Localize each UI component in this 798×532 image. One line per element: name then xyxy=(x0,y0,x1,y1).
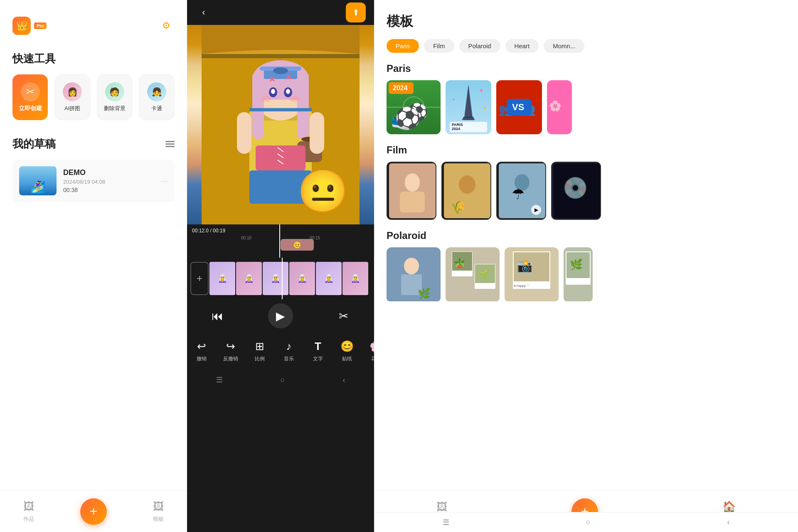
add-clip-button[interactable]: + xyxy=(190,262,209,295)
playhead-filmstrip xyxy=(282,258,283,299)
svg-point-19 xyxy=(290,96,300,102)
film-card-3[interactable]: ☂ ▶ xyxy=(496,162,546,220)
tab-paris[interactable]: Paris xyxy=(387,39,419,53)
tab-polaroid[interactable]: Polaroid xyxy=(459,39,500,53)
svg-rect-10 xyxy=(297,89,309,139)
paris-card-1-visual: 👟 ⚽ 2024 xyxy=(387,80,441,134)
polaroid-section-title: Polaroid xyxy=(387,230,786,241)
video-preview: 😐 xyxy=(187,25,374,224)
svg-text:PARIS: PARIS xyxy=(452,123,463,127)
undo-label: 撤销 xyxy=(197,355,207,362)
cut-button[interactable]: ✂ xyxy=(333,305,354,326)
template-tabs: Paris Film Polaroid Heart Momn... xyxy=(387,39,786,53)
gear-icon: ⚙ xyxy=(162,20,170,31)
templates-scroll[interactable]: Paris xyxy=(387,63,786,532)
polaroid-card-3[interactable]: 📸 A happy ♡ xyxy=(505,247,559,303)
paris-card-4[interactable]: 🌸 xyxy=(547,80,572,134)
svg-text:👟: 👟 xyxy=(391,107,416,131)
music-label: 音乐 xyxy=(284,355,294,362)
left-bottom-nav: 🖼 作品 + 🖼 模板 xyxy=(0,490,187,532)
paris-section: Paris xyxy=(387,63,786,134)
remove-bg-icon: 🧑 xyxy=(105,82,124,101)
nav-template[interactable]: 🖼 模板 xyxy=(153,500,164,523)
svg-text:☂: ☂ xyxy=(512,186,525,202)
back-button[interactable]: ‹ xyxy=(195,4,212,21)
film-card-4[interactable]: 💿 xyxy=(551,162,601,220)
export-button[interactable]: ⬆ xyxy=(346,2,366,22)
cartoon-button[interactable]: 👧 卡通 xyxy=(139,74,175,120)
garden-label: 花园 xyxy=(371,355,374,362)
template-nav-label: 模板 xyxy=(153,515,164,523)
new-project-button[interactable]: + xyxy=(80,498,107,525)
pro-badge: Pro xyxy=(34,22,47,29)
rewind-icon: ⏮ xyxy=(212,309,223,323)
toolbar-undo[interactable]: ↩ 撤销 xyxy=(187,340,216,362)
right-menu-button[interactable]: ☰ xyxy=(443,518,449,527)
list-view-button[interactable] xyxy=(165,141,175,147)
right-back-button[interactable]: ‹ xyxy=(727,518,729,527)
filmstrip-frame-1[interactable]: 🧝‍♀️ xyxy=(209,262,235,295)
film-card-1[interactable] xyxy=(387,162,436,220)
right-works-icon: 🖼 xyxy=(436,500,447,513)
tab-film[interactable]: Film xyxy=(424,39,454,53)
nav-works[interactable]: 🖼 作品 xyxy=(23,500,34,523)
toolbar-sticker[interactable]: 😊 贴纸 xyxy=(332,340,362,362)
editor-menu-button[interactable]: ☰ xyxy=(216,375,223,384)
paris-card-2[interactable]: ✦ ✦ ★ PARIS 2024 xyxy=(446,80,491,134)
sticker-segment[interactable]: 😐 xyxy=(281,239,314,251)
draft-more-button[interactable]: ··· xyxy=(161,176,168,186)
works-icon: 🖼 xyxy=(23,500,34,513)
text-label: 文字 xyxy=(313,355,323,362)
play-button[interactable]: ▶ xyxy=(268,303,293,328)
film-section-title: Film xyxy=(387,144,786,156)
remove-bg-label: 删除背景 xyxy=(104,105,126,112)
toolbar-redo[interactable]: ↪ 反撤销 xyxy=(216,340,245,362)
draft-date: 2024/08/19 04:08 xyxy=(63,179,154,185)
filmstrip-area[interactable]: + 🧝‍♀️ 🧝‍♀️ 🧝‍♀️ 🧝‍♀️ 🧝‍♀️ 🧝‍♀️ xyxy=(187,258,374,299)
app-logo-icon: 👑 xyxy=(12,17,31,35)
tab-heart[interactable]: Heart xyxy=(505,39,539,53)
draft-thumbnail: 🏄‍♀️ xyxy=(19,166,57,195)
ai-collage-label: AI拼图 xyxy=(64,105,80,112)
playhead xyxy=(279,224,280,258)
toolbar-garden[interactable]: 🌸 花园 xyxy=(362,340,374,362)
filmstrip-frame-3[interactable]: 🧝‍♀️ xyxy=(263,262,288,295)
left-panel: 👑 Pro ⚙ 快速工具 ✂ 立即创建 👩 AI拼图 🧑 删除背景 👧 卡通 我… xyxy=(0,0,187,532)
emoji-sticker-overlay: 😐 xyxy=(297,167,349,216)
polaroid-card-4[interactable]: 🌿 xyxy=(564,247,593,303)
svg-text:🪴: 🪴 xyxy=(454,257,466,268)
right-home-button[interactable]: ○ xyxy=(586,518,591,527)
tab-momn[interactable]: Momn... xyxy=(544,39,584,53)
filmstrip-frame-4[interactable]: 🧝‍♀️ xyxy=(289,262,315,295)
filmstrip-frame-5[interactable]: 🧝‍♀️ xyxy=(316,262,342,295)
film-template-row: 🌾 ☂ ▶ 💿 xyxy=(387,162,786,220)
paris-card-1[interactable]: 👟 ⚽ 2024 xyxy=(387,80,441,134)
filmstrip-frame-2[interactable]: 🧝‍♀️ xyxy=(236,262,262,295)
create-button[interactable]: ✂ 立即创建 xyxy=(12,74,48,120)
editor-controls: ⏮ ▶ ✂ xyxy=(187,299,374,332)
cartoon-label: 卡通 xyxy=(151,105,162,112)
toolbar-music[interactable]: ♪ 音乐 xyxy=(274,340,303,362)
draft-card[interactable]: 🏄‍♀️ DEMO 2024/08/19 04:08 00:38 ··· xyxy=(12,160,175,202)
paris-card-2-visual: ✦ ✦ ★ PARIS 2024 xyxy=(446,80,491,134)
paris-card-3[interactable]: 👥 👥 VS xyxy=(496,80,542,134)
film-card-2[interactable]: 🌾 xyxy=(441,162,491,220)
quick-tools-title: 快速工具 xyxy=(12,52,175,66)
polaroid-card-2[interactable]: 🪴 🌱 xyxy=(446,247,500,303)
toolbar-ratio[interactable]: ⊞ 比例 xyxy=(245,340,274,362)
toolbar-text[interactable]: T 文字 xyxy=(303,340,332,362)
svg-text:⚽: ⚽ xyxy=(407,102,428,122)
polaroid-card-1[interactable]: 🌿 xyxy=(387,247,441,303)
editor-home-button[interactable]: ○ xyxy=(281,376,285,384)
draft-title: DEMO xyxy=(63,168,154,177)
logo-area: 👑 Pro xyxy=(12,17,47,35)
settings-button[interactable]: ⚙ xyxy=(158,17,175,34)
rewind-button[interactable]: ⏮ xyxy=(207,305,228,326)
editor-back-button[interactable]: ‹ xyxy=(342,376,345,384)
timeline-area[interactable]: 00:12.0 / 00:19 00:10 00:15 😐 xyxy=(187,224,374,258)
remove-bg-button[interactable]: 🧑 删除背景 xyxy=(97,74,133,120)
svg-point-16 xyxy=(271,89,275,94)
plus-icon: + xyxy=(90,504,98,519)
filmstrip-frame-6[interactable]: 🧝‍♀️ xyxy=(342,262,368,295)
ai-collage-button[interactable]: 👩 AI拼图 xyxy=(54,74,90,120)
